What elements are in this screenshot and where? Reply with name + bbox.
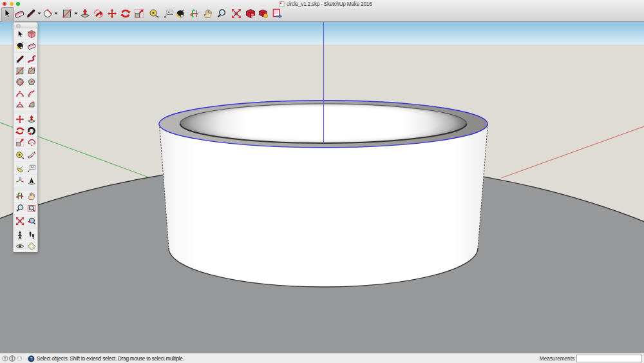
- svg-text:?: ?: [30, 356, 33, 362]
